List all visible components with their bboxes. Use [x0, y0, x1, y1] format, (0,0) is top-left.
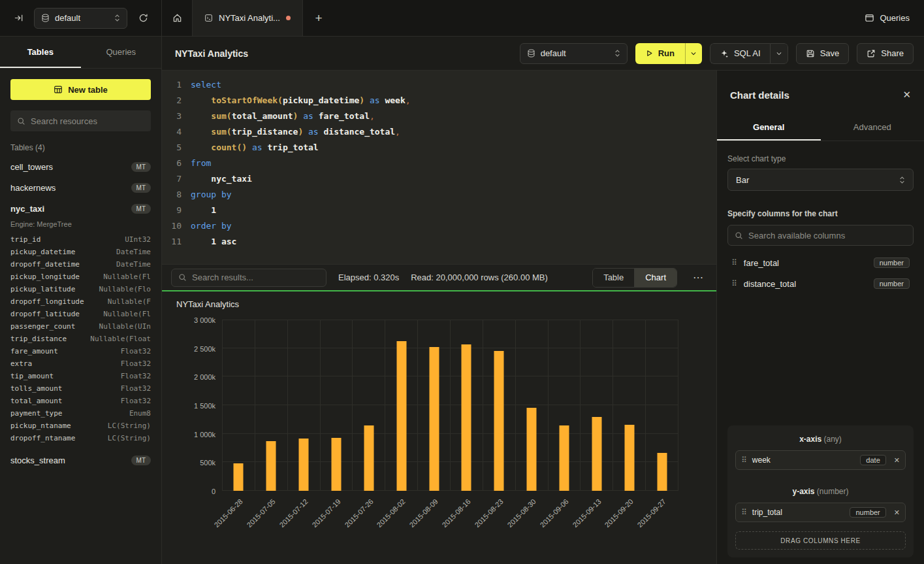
column-trip_id[interactable]: trip_idUInt32	[0, 233, 161, 246]
y-axis-hint: (number)	[817, 487, 849, 496]
chart-type-select[interactable]: Bar	[727, 169, 914, 191]
bar-2015-08-02[interactable]	[396, 341, 406, 491]
code-line: nyc_taxi	[191, 171, 716, 187]
sidebar-tab-queries[interactable]: Queries	[81, 37, 162, 68]
view-chart-button[interactable]: Chart	[634, 269, 677, 287]
results-search[interactable]	[171, 269, 327, 287]
queries-button[interactable]: Queries	[865, 13, 910, 23]
x-tick-label: 2015-08-23	[473, 497, 505, 529]
column-name: distance_total	[744, 279, 796, 289]
columns-search[interactable]	[727, 225, 914, 246]
code-line: group by	[191, 187, 716, 203]
bar-2015-06-28[interactable]	[234, 463, 244, 491]
table-item-cell_towers[interactable]: cell_towersMT	[0, 156, 161, 177]
chart-slot: 2015-09-27	[645, 320, 678, 491]
bar-2015-07-05[interactable]	[266, 441, 276, 491]
drag-handle-icon[interactable]: ⠿	[741, 508, 747, 517]
close-panel-button[interactable]: ✕	[902, 89, 911, 101]
tab-advanced[interactable]: Advanced	[821, 115, 924, 141]
column-pickup_ntaname[interactable]: pickup_ntanameLC(String)	[0, 420, 161, 432]
column-pickup_longitude[interactable]: pickup_longitudeNullable(Fl	[0, 271, 161, 283]
share-button[interactable]: Share	[857, 43, 914, 64]
line-number: 8	[162, 187, 182, 203]
drag-handle-icon[interactable]: ⠿	[731, 258, 737, 267]
chip-column-name: trip_total	[752, 508, 782, 517]
save-button[interactable]: Save	[796, 43, 850, 64]
line-number: 7	[162, 171, 182, 187]
bar-2015-09-20[interactable]	[624, 425, 634, 491]
column-fare_amount[interactable]: fare_amountFloat32	[0, 345, 161, 357]
query-tab-nytaxi[interactable]: NYTaxi Analyti...	[192, 0, 303, 36]
bar-2015-07-12[interactable]	[299, 439, 309, 491]
columns-search-input[interactable]	[748, 231, 906, 241]
view-table-button[interactable]: Table	[593, 269, 634, 287]
chevron-updown-icon	[114, 14, 120, 22]
drop-zone[interactable]: DRAG COLUMNS HERE	[735, 531, 906, 550]
bar-2015-09-06[interactable]	[560, 425, 569, 491]
resources-search[interactable]	[10, 110, 151, 131]
topbar-database-selector[interactable]: default	[34, 8, 127, 29]
column-tolls_amount[interactable]: tolls_amountFloat32	[0, 382, 161, 395]
x-tick-label: 2015-08-02	[375, 497, 407, 529]
available-column-distance_total[interactable]: ⠿distance_totalnumber	[727, 273, 914, 294]
workspace: 1234567891011 select toStartOfWeek(picku…	[162, 71, 716, 564]
column-dropoff_longitude[interactable]: dropoff_longitudeNullable(F	[0, 295, 161, 308]
bar-2015-08-30[interactable]	[527, 408, 537, 491]
run-options-button[interactable]	[685, 43, 702, 64]
y-axis-chips: ⠿trip_totalnumber✕	[735, 503, 906, 522]
home-button[interactable]	[162, 0, 192, 36]
new-tab-button[interactable]: +	[310, 9, 328, 27]
sidebar-tab-tables[interactable]: Tables	[0, 37, 81, 68]
refresh-button[interactable]	[134, 9, 152, 27]
bar-2015-09-27[interactable]	[657, 453, 667, 491]
column-dropoff_ntaname[interactable]: dropoff_ntanameLC(String)	[0, 432, 161, 444]
sql-ai-options-button[interactable]	[770, 43, 788, 64]
tab-general[interactable]: General	[717, 115, 821, 141]
column-tip_amount[interactable]: tip_amountFloat32	[0, 370, 161, 382]
chart-type-value: Bar	[736, 175, 749, 185]
more-options-button[interactable]: ⋯	[689, 271, 707, 284]
editor-code[interactable]: select toStartOfWeek(pickup_datetime) as…	[191, 77, 716, 264]
column-pickup_latitude[interactable]: pickup_latitudeNullable(Flo	[0, 283, 161, 295]
run-button[interactable]: Run	[635, 43, 685, 64]
bar-2015-09-13[interactable]	[592, 417, 601, 491]
column-payment_type[interactable]: payment_typeEnum8	[0, 407, 161, 420]
bar-2015-08-09[interactable]	[429, 347, 439, 491]
column-type: Nullable(Flo	[99, 285, 151, 293]
column-trip_distance[interactable]: trip_distanceNullable(Float	[0, 333, 161, 345]
bar-2015-08-16[interactable]	[462, 344, 471, 491]
remove-column-button[interactable]: ✕	[894, 508, 900, 517]
remove-column-button[interactable]: ✕	[894, 456, 900, 465]
sql-ai-button[interactable]: SQL AI	[710, 43, 770, 64]
bar-2015-07-19[interactable]	[332, 438, 342, 491]
results-search-input[interactable]	[192, 273, 319, 282]
query-database-selector[interactable]: default	[520, 43, 628, 64]
tables-list: cell_towersMThackernewsMTnyc_taxiMTEngin…	[0, 156, 161, 471]
chart-slot: 2015-07-05	[255, 320, 287, 491]
column-total_amount[interactable]: total_amountFloat32	[0, 395, 161, 407]
sql-editor[interactable]: 1234567891011 select toStartOfWeek(picku…	[162, 71, 716, 264]
bar-2015-08-23[interactable]	[494, 351, 504, 491]
bar-2015-07-26[interactable]	[364, 425, 374, 491]
new-table-button[interactable]: New table	[10, 79, 151, 100]
table-name: hackernews	[10, 183, 56, 193]
column-extra[interactable]: extraFloat32	[0, 357, 161, 370]
column-pickup_datetime[interactable]: pickup_datetimeDateTime	[0, 246, 161, 258]
axis-chip-trip_total[interactable]: ⠿trip_totalnumber✕	[735, 503, 906, 522]
column-dropoff_datetime[interactable]: dropoff_datetimeDateTime	[0, 258, 161, 271]
resources-search-input[interactable]	[31, 116, 144, 126]
y-tick-label: 1 500k	[180, 402, 215, 410]
drag-handle-icon[interactable]: ⠿	[741, 456, 747, 465]
column-passenger_count[interactable]: passenger_countNullable(UIn	[0, 320, 161, 333]
chart-slot: 2015-07-19	[320, 320, 353, 491]
table-item-hackernews[interactable]: hackernewsMT	[0, 177, 161, 198]
column-dropoff_latitude[interactable]: dropoff_latitudeNullable(Fl	[0, 308, 161, 320]
drag-handle-icon[interactable]: ⠿	[731, 279, 737, 288]
table-item-stocks_stream[interactable]: stocks_streamMT	[0, 450, 161, 471]
chart-title: NYTaxi Analytics	[176, 299, 702, 309]
chart-slot: 2015-07-12	[287, 320, 320, 491]
axis-chip-week[interactable]: ⠿weekdate✕	[735, 450, 906, 470]
available-column-fare_total[interactable]: ⠿fare_totalnumber	[727, 252, 914, 273]
table-item-nyc_taxi[interactable]: nyc_taxiMT	[0, 198, 161, 219]
collapse-sidebar-button[interactable]	[9, 9, 27, 27]
